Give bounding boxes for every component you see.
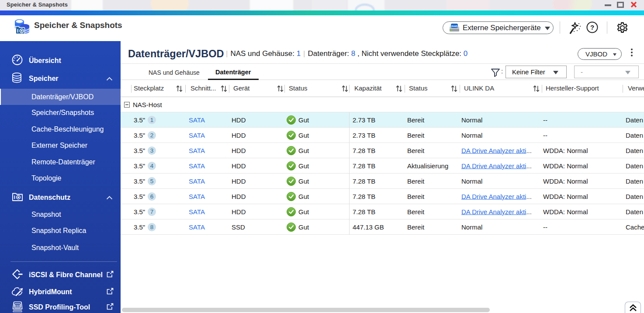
svg-text:SSD: SSD — [14, 304, 21, 307]
svg-text:RAID: RAID — [451, 25, 458, 28]
svg-text:?: ? — [590, 24, 594, 31]
